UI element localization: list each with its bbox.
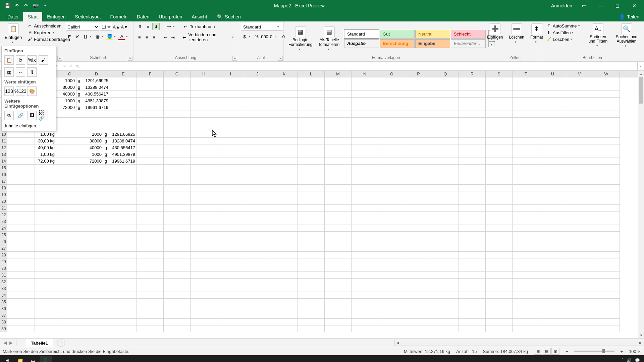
style-erklaerender[interactable]: Erklärender … xyxy=(451,39,486,48)
cell[interactable] xyxy=(271,191,298,198)
cell[interactable] xyxy=(566,191,593,198)
expand-formula-bar-icon[interactable]: ▾ xyxy=(637,62,644,70)
excel-taskbar-icon[interactable]: X xyxy=(40,356,52,362)
cell[interactable] xyxy=(35,279,56,285)
cell[interactable] xyxy=(432,124,459,131)
cell[interactable] xyxy=(513,325,539,332)
cell[interactable] xyxy=(325,198,352,205)
cell[interactable] xyxy=(432,178,459,185)
wrap-text-button[interactable]: Textumbruch xyxy=(190,24,215,29)
cell[interactable] xyxy=(405,205,432,212)
zoom-in-icon[interactable]: + xyxy=(621,349,623,354)
cell[interactable] xyxy=(593,198,620,205)
cell[interactable] xyxy=(378,178,405,185)
cell[interactable] xyxy=(352,212,378,218)
cell[interactable] xyxy=(83,279,110,285)
cell[interactable] xyxy=(459,158,486,165)
cell[interactable] xyxy=(217,232,244,238)
col-header[interactable]: C xyxy=(56,71,83,77)
cell[interactable] xyxy=(191,138,217,144)
cell[interactable] xyxy=(378,185,405,191)
cell[interactable] xyxy=(566,178,593,185)
cell[interactable] xyxy=(217,265,244,272)
cell[interactable] xyxy=(325,258,352,265)
cell[interactable] xyxy=(593,178,620,185)
paste-linked-picture-icon[interactable]: 🖼🔗 xyxy=(39,111,48,120)
cell[interactable] xyxy=(271,212,298,218)
cell[interactable] xyxy=(191,272,217,279)
cell[interactable] xyxy=(459,171,486,178)
cell[interactable] xyxy=(405,98,432,104)
cell[interactable] xyxy=(271,258,298,265)
cell[interactable] xyxy=(352,325,378,332)
page-break-view-icon[interactable]: ▣ xyxy=(551,348,559,355)
cell[interactable] xyxy=(137,131,164,138)
cell[interactable] xyxy=(593,258,620,265)
col-header[interactable]: V xyxy=(566,71,593,77)
cell[interactable] xyxy=(566,299,593,305)
cell[interactable] xyxy=(298,198,325,205)
cell[interactable] xyxy=(271,185,298,191)
decrease-indent-icon[interactable]: ⇤ xyxy=(162,34,169,41)
cell[interactable] xyxy=(244,158,271,165)
cell[interactable] xyxy=(459,124,486,131)
cell[interactable] xyxy=(217,144,244,151)
cell[interactable] xyxy=(298,144,325,151)
cell[interactable] xyxy=(539,191,566,198)
cell[interactable] xyxy=(566,77,593,84)
cell[interactable] xyxy=(244,118,271,124)
cell[interactable] xyxy=(513,178,539,185)
cell[interactable] xyxy=(539,325,566,332)
cell[interactable] xyxy=(7,245,35,252)
cell[interactable] xyxy=(593,238,620,245)
undo-icon[interactable]: ↶ xyxy=(13,2,20,9)
cell[interactable] xyxy=(405,279,432,285)
cell[interactable] xyxy=(325,225,352,232)
cell[interactable] xyxy=(56,151,83,158)
cell[interactable] xyxy=(405,225,432,232)
cell[interactable] xyxy=(217,198,244,205)
cell[interactable] xyxy=(271,312,298,319)
cell[interactable] xyxy=(325,245,352,252)
cell[interactable] xyxy=(378,91,405,98)
tell-me-search[interactable]: 🔍 Suchen xyxy=(214,12,244,21)
cell[interactable] xyxy=(271,305,298,312)
cell[interactable] xyxy=(352,319,378,325)
cell[interactable] xyxy=(137,205,164,212)
cell[interactable] xyxy=(566,245,593,252)
cell[interactable] xyxy=(35,238,56,245)
paste-link-icon[interactable]: 🔗 xyxy=(16,111,25,120)
merge-icon[interactable]: ⬌ xyxy=(181,34,188,41)
row-header[interactable]: 33 xyxy=(0,285,7,292)
cell[interactable] xyxy=(513,124,539,131)
paste-picture-icon[interactable]: 🖼 xyxy=(27,111,37,120)
cell[interactable]: 30000 xyxy=(56,84,76,91)
cell[interactable] xyxy=(352,124,378,131)
cell[interactable] xyxy=(35,272,56,279)
cell[interactable] xyxy=(7,185,35,191)
cell[interactable] xyxy=(110,212,137,218)
paste-formulas-numfmt-icon[interactable]: %fx xyxy=(27,55,37,65)
cell[interactable] xyxy=(486,245,513,252)
cell[interactable] xyxy=(244,305,271,312)
col-header[interactable]: Q xyxy=(432,71,459,77)
font-color-button[interactable]: A xyxy=(118,33,125,40)
cell[interactable]: 19961,6719 xyxy=(83,104,110,111)
paste-values-icon[interactable]: 123 xyxy=(4,86,14,96)
cell[interactable] xyxy=(7,178,35,185)
cell[interactable] xyxy=(513,138,539,144)
cell[interactable] xyxy=(35,225,56,232)
align-launcher[interactable]: ⬊ xyxy=(232,56,237,61)
add-sheet-button[interactable]: ＋ xyxy=(57,339,65,347)
row-header[interactable]: 38 xyxy=(0,319,7,325)
cell[interactable] xyxy=(432,118,459,124)
cell[interactable] xyxy=(459,232,486,238)
cell[interactable] xyxy=(378,279,405,285)
cell[interactable] xyxy=(35,198,56,205)
cell[interactable] xyxy=(459,225,486,232)
cell[interactable] xyxy=(35,325,56,332)
cell[interactable] xyxy=(352,312,378,319)
cell[interactable] xyxy=(539,258,566,265)
cell[interactable] xyxy=(217,325,244,332)
wrap-text-icon[interactable]: ↩ xyxy=(182,23,189,30)
